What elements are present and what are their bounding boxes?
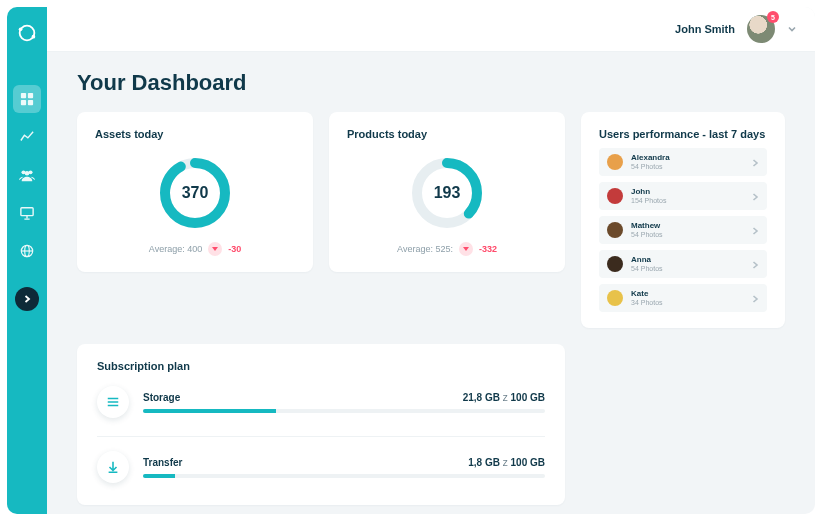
user-avatar-icon bbox=[607, 222, 623, 238]
card-title: Subscription plan bbox=[97, 360, 545, 372]
storage-icon bbox=[97, 386, 129, 418]
user-avatar[interactable]: 5 bbox=[747, 15, 775, 43]
products-gauge: 193 bbox=[408, 154, 486, 232]
chevron-right-icon bbox=[751, 221, 759, 239]
transfer-quota: 1,8 GB z 100 GB bbox=[468, 457, 545, 468]
perf-user-name: Anna bbox=[631, 256, 663, 264]
perf-user-name: John bbox=[631, 188, 666, 196]
performance-item[interactable]: Mathew54 Photos bbox=[599, 216, 767, 244]
perf-user-sub: 154 Photos bbox=[631, 197, 666, 204]
perf-user-sub: 54 Photos bbox=[631, 163, 670, 170]
assets-today-card: Assets today 370 Average: 400 bbox=[77, 112, 313, 272]
performance-item[interactable]: Kate34 Photos bbox=[599, 284, 767, 312]
divider bbox=[97, 436, 545, 437]
sidebar-expand-button[interactable] bbox=[15, 287, 39, 311]
products-value: 193 bbox=[408, 154, 486, 232]
assets-gauge: 370 bbox=[156, 154, 234, 232]
subscription-plan-card: Subscription plan Storage 21,8 GB z 100 … bbox=[77, 344, 565, 505]
svg-point-0 bbox=[20, 26, 35, 41]
user-avatar-icon bbox=[607, 290, 623, 306]
perf-user-name: Alexandra bbox=[631, 154, 670, 162]
transfer-row: Transfer 1,8 GB z 100 GB bbox=[97, 451, 545, 483]
perf-user-name: Kate bbox=[631, 290, 663, 298]
nav-dashboard[interactable] bbox=[13, 85, 41, 113]
app-logo bbox=[15, 21, 39, 45]
performance-item[interactable]: Anna54 Photos bbox=[599, 250, 767, 278]
svg-rect-5 bbox=[21, 100, 26, 105]
sidebar-rail bbox=[7, 7, 47, 514]
chevron-right-icon bbox=[751, 187, 759, 205]
user-name: John Smith bbox=[675, 23, 735, 35]
performance-item[interactable]: John154 Photos bbox=[599, 182, 767, 210]
page-title: Your Dashboard bbox=[77, 70, 785, 96]
svg-point-1 bbox=[19, 28, 23, 32]
svg-rect-10 bbox=[21, 208, 33, 216]
storage-label: Storage bbox=[143, 392, 180, 403]
card-title: Assets today bbox=[95, 128, 295, 140]
perf-user-sub: 54 Photos bbox=[631, 265, 663, 272]
chevron-right-icon bbox=[751, 289, 759, 307]
card-title: Users performance - last 7 days bbox=[599, 128, 767, 140]
svg-rect-3 bbox=[21, 93, 26, 98]
user-avatar-icon bbox=[607, 154, 623, 170]
perf-user-name: Mathew bbox=[631, 222, 663, 230]
assets-value: 370 bbox=[156, 154, 234, 232]
user-avatar-icon bbox=[607, 256, 623, 272]
products-average-label: Average: 525: bbox=[397, 244, 453, 254]
storage-quota: 21,8 GB z 100 GB bbox=[463, 392, 545, 403]
nav-presentation[interactable] bbox=[13, 199, 41, 227]
nav-analytics[interactable] bbox=[13, 123, 41, 151]
user-menu-chevron-icon[interactable] bbox=[787, 20, 797, 38]
products-diff: -332 bbox=[479, 244, 497, 254]
performance-item[interactable]: Alexandra54 Photos bbox=[599, 148, 767, 176]
products-today-card: Products today 193 Average: 525: bbox=[329, 112, 565, 272]
top-bar: John Smith 5 bbox=[47, 7, 815, 52]
users-performance-card: Users performance - last 7 days Alexandr… bbox=[581, 112, 785, 328]
transfer-bar bbox=[143, 474, 545, 478]
transfer-label: Transfer bbox=[143, 457, 182, 468]
card-title: Products today bbox=[347, 128, 547, 140]
trend-down-icon bbox=[208, 242, 222, 256]
nav-globe[interactable] bbox=[13, 237, 41, 265]
perf-user-sub: 34 Photos bbox=[631, 299, 663, 306]
storage-bar bbox=[143, 409, 545, 413]
chevron-right-icon bbox=[751, 255, 759, 273]
assets-diff: -30 bbox=[228, 244, 241, 254]
svg-point-2 bbox=[32, 35, 36, 39]
svg-rect-4 bbox=[28, 93, 33, 98]
user-avatar-icon bbox=[607, 188, 623, 204]
perf-user-sub: 54 Photos bbox=[631, 231, 663, 238]
storage-row: Storage 21,8 GB z 100 GB bbox=[97, 386, 545, 418]
trend-down-icon bbox=[459, 242, 473, 256]
chevron-right-icon bbox=[751, 153, 759, 171]
svg-rect-6 bbox=[28, 100, 33, 105]
assets-average-label: Average: 400 bbox=[149, 244, 202, 254]
transfer-icon bbox=[97, 451, 129, 483]
notification-badge: 5 bbox=[767, 11, 779, 23]
nav-users[interactable] bbox=[13, 161, 41, 189]
svg-point-9 bbox=[25, 171, 30, 176]
